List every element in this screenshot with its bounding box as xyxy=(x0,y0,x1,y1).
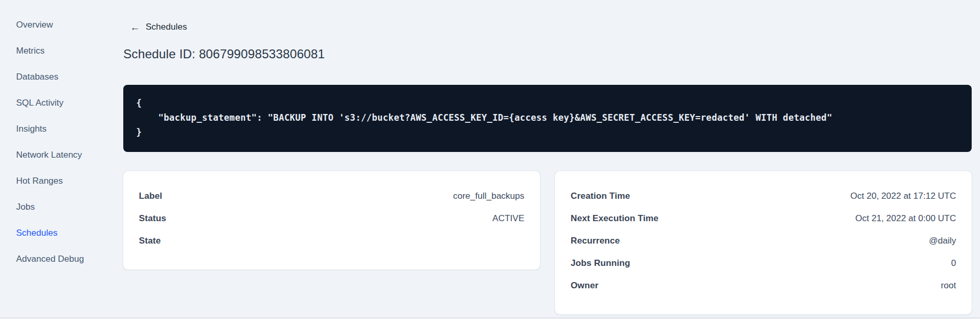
page-title: Schedule ID: 806799098533806081 xyxy=(123,47,325,61)
table-row: Recurrence @daily xyxy=(571,229,956,252)
detail-cards: Label core_full_backups Status ACTIVE St… xyxy=(123,171,972,314)
creation-time-key: Creation Time xyxy=(571,191,630,201)
sidebar-item-sql-activity[interactable]: SQL Activity xyxy=(0,90,123,116)
execution-details-card: Creation Time Oct 20, 2022 at 17:12 UTC … xyxy=(555,171,972,314)
main-content: ← Schedules Schedule ID: 806799098533806… xyxy=(123,0,972,319)
recurrence-key: Recurrence xyxy=(571,236,620,246)
back-arrow-icon: ← xyxy=(130,22,140,32)
sidebar: Overview Metrics Databases SQL Activity … xyxy=(0,0,123,319)
sidebar-item-metrics[interactable]: Metrics xyxy=(0,38,123,64)
sidebar-item-network-latency[interactable]: Network Latency xyxy=(0,142,123,168)
schedule-details-card: Label core_full_backups Status ACTIVE St… xyxy=(123,171,540,270)
table-row: Creation Time Oct 20, 2022 at 17:12 UTC xyxy=(571,185,956,207)
table-row: Status ACTIVE xyxy=(139,207,524,229)
sidebar-item-overview[interactable]: Overview xyxy=(0,12,123,38)
state-key: State xyxy=(139,236,161,246)
bottom-edge xyxy=(0,317,980,319)
back-to-schedules-link[interactable]: ← Schedules xyxy=(130,22,187,32)
creation-time-value: Oct 20, 2022 at 17:12 UTC xyxy=(850,191,956,201)
status-value: ACTIVE xyxy=(493,213,524,224)
table-row: Jobs Running 0 xyxy=(571,252,956,274)
backup-statement-code: { "backup_statement": "BACKUP INTO 's3:/… xyxy=(136,96,959,139)
table-row: Label core_full_backups xyxy=(139,185,524,207)
code-block: { "backup_statement": "BACKUP INTO 's3:/… xyxy=(123,85,972,152)
sidebar-item-advanced-debug[interactable]: Advanced Debug xyxy=(0,246,123,272)
sidebar-item-insights[interactable]: Insights xyxy=(0,116,123,142)
jobs-running-key: Jobs Running xyxy=(571,258,630,269)
label-key: Label xyxy=(139,191,162,201)
sidebar-item-schedules[interactable]: Schedules xyxy=(0,220,123,246)
label-value: core_full_backups xyxy=(453,191,524,201)
table-row: Next Execution Time Oct 21, 2022 at 0:00… xyxy=(571,207,956,229)
status-key: Status xyxy=(139,213,166,224)
table-row: Owner root xyxy=(571,274,956,297)
back-link-label: Schedules xyxy=(146,22,187,32)
owner-value: root xyxy=(941,280,956,291)
next-execution-time-value: Oct 21, 2022 at 0:00 UTC xyxy=(855,213,956,224)
sidebar-item-jobs[interactable]: Jobs xyxy=(0,194,123,220)
jobs-running-value: 0 xyxy=(951,258,956,269)
sidebar-item-databases[interactable]: Databases xyxy=(0,64,123,90)
recurrence-value: @daily xyxy=(929,236,956,246)
sidebar-item-hot-ranges[interactable]: Hot Ranges xyxy=(0,168,123,194)
owner-key: Owner xyxy=(571,280,598,291)
next-execution-time-key: Next Execution Time xyxy=(571,213,659,224)
table-row: State xyxy=(139,229,524,252)
